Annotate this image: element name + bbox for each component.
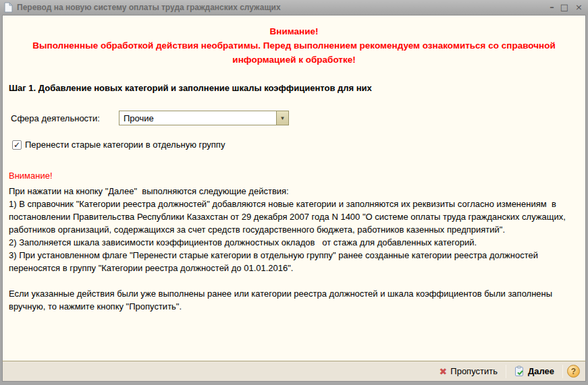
red-x-icon: ✖	[439, 367, 448, 376]
transfer-checkbox-row: ✓ Перенести старые категории в отдельную…	[12, 140, 585, 150]
next-button-label: Далее	[528, 366, 554, 376]
app-window: Перевод на новую систему оплаты труда гр…	[0, 0, 588, 385]
clipboard-check-icon	[514, 365, 525, 377]
window-controls: – □ ×	[550, 1, 583, 14]
skip-button[interactable]: ✖ Пропустить	[435, 365, 502, 378]
sphere-combobox-value: Прочие	[119, 113, 276, 123]
toolbar-separator	[562, 365, 563, 378]
maximize-button[interactable]: □	[560, 1, 568, 14]
titlebar: Перевод на новую систему оплаты труда гр…	[0, 0, 588, 15]
chevron-down-icon[interactable]: ▼	[276, 111, 288, 125]
step-title: Шаг 1. Добавление новых категорий и запо…	[9, 83, 579, 93]
document-icon	[4, 2, 13, 13]
transfer-checkbox[interactable]: ✓	[12, 140, 22, 150]
main-content: Внимание! Выполненные обработкой действи…	[2, 15, 586, 361]
description-paragraph	[9, 274, 579, 287]
description-paragraph: 2) Заполняется шкала зависимости коэффиц…	[9, 236, 579, 249]
description-paragraph: При нажатии на кнопку "Далее" выполняютс…	[9, 185, 579, 198]
skip-button-label: Пропустить	[450, 366, 498, 376]
attention-label: Внимание!	[9, 171, 579, 181]
description-paragraph: Если указанные действия были уже выполне…	[9, 287, 579, 313]
transfer-checkbox-label[interactable]: Перенести старые категории в отдельную г…	[25, 140, 225, 150]
minimize-button[interactable]: –	[550, 1, 554, 14]
window-title: Перевод на новую систему оплаты труда гр…	[17, 3, 550, 12]
sphere-combobox[interactable]: Прочие ▼	[119, 111, 289, 125]
description-paragraph: 1) В справочник "Категории реестра должн…	[9, 198, 579, 236]
next-button[interactable]: Далее	[510, 364, 558, 378]
description-paragraph: 3) При установленном флаге "Перенести ст…	[9, 249, 579, 274]
close-button[interactable]: ×	[575, 1, 583, 14]
description-text: При нажатии на кнопку "Далее" выполняютс…	[9, 185, 579, 313]
toolbar-separator	[506, 365, 506, 378]
footer-toolbar: ✖ Пропустить Далее ?	[2, 361, 586, 382]
warning-header: Внимание! Выполненные обработкой действи…	[19, 24, 569, 67]
help-button[interactable]: ?	[567, 365, 580, 378]
sphere-label: Сфера деятельности:	[11, 113, 119, 123]
sphere-field-row: Сфера деятельности: Прочие ▼	[11, 111, 585, 125]
